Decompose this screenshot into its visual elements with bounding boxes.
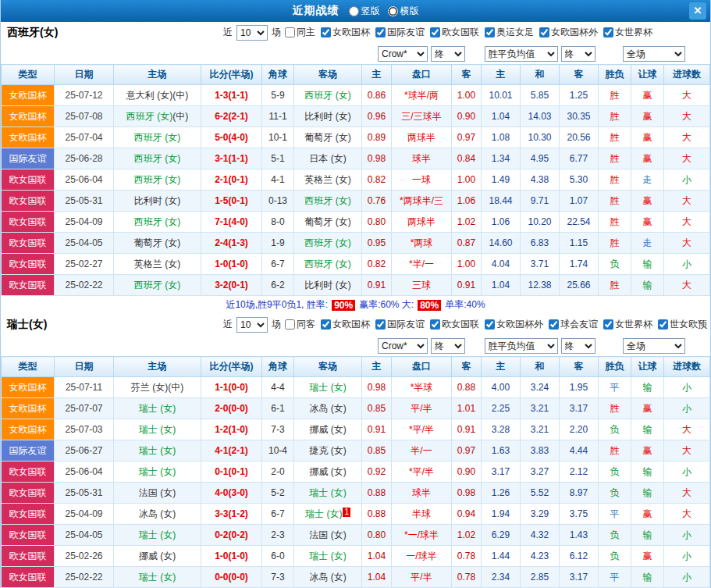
layout-radio-input[interactable]	[349, 6, 359, 16]
away-handicap-odds: 0.97	[452, 127, 482, 148]
layout-radio[interactable]: 竖版	[349, 5, 380, 18]
filter-checkbox[interactable]: 球会友谊	[549, 318, 598, 331]
checkbox-input[interactable]	[321, 319, 331, 330]
away-handicap-odds: 0.78	[452, 546, 482, 567]
bookmaker-select[interactable]: Crow*	[378, 338, 428, 354]
checkbox-input[interactable]	[485, 319, 495, 330]
filter-checkbox[interactable]: 女欧国杯	[321, 318, 370, 331]
away-handicap-odds: 0.88	[452, 377, 482, 398]
filter-checkbox[interactable]: 同主	[285, 26, 315, 39]
match-row: 欧女国联 25-04-05 葡萄牙 (女) 2-4(1-3) 1-9 西班牙 (…	[2, 233, 710, 254]
match-row: 欧女国联 25-05-31 比利时 (女) 1-5(0-1) 0-13 西班牙 …	[2, 191, 710, 212]
filter-checkbox[interactable]: 欧女国联	[430, 318, 479, 331]
bookmaker-select[interactable]: Crow*	[378, 46, 428, 62]
scope-select[interactable]: 全场	[623, 46, 685, 62]
score: 0-2(0-2)	[201, 525, 262, 546]
filter-checkbox[interactable]: 女欧国杯外	[539, 26, 598, 39]
filter-checkbox[interactable]: 世女欧预	[658, 318, 707, 331]
layout-radio[interactable]: 横版	[388, 5, 419, 18]
checkbox-input[interactable]	[375, 27, 386, 37]
checkbox-input[interactable]	[321, 27, 331, 37]
checkbox-input[interactable]	[285, 319, 295, 330]
checkbox-input[interactable]	[430, 27, 440, 37]
corners: 6-7	[262, 254, 294, 275]
recent-count-select[interactable]: 10	[236, 317, 268, 333]
away-team: 日本 (女)	[294, 148, 362, 169]
avg-stage-select[interactable]: 终	[561, 338, 595, 354]
filter-checkbox[interactable]: 国际友谊	[375, 318, 425, 331]
home-team: 意大利 (女)(中)	[114, 85, 201, 106]
match-date: 25-02-22	[55, 567, 114, 588]
checkbox-input[interactable]	[430, 319, 440, 330]
lose-odds: 1.95	[560, 377, 599, 398]
home-team-name: 瑞士 (女)	[139, 445, 176, 456]
avg-odds-select[interactable]: 胜平负均值	[485, 46, 558, 62]
away-team-name: 葡萄牙 (女)	[304, 132, 350, 143]
column-header: 比分(半场)	[201, 357, 262, 377]
result-handicap: 赢	[631, 191, 664, 212]
away-team: 法国 (女)	[294, 525, 362, 546]
column-header: 主场	[114, 65, 201, 85]
column-header: 比分(半场)	[201, 65, 262, 85]
handicap-line: 半球	[392, 504, 452, 525]
checkbox-input[interactable]	[603, 27, 613, 37]
filter-checkbox[interactable]: 奥运女足	[485, 26, 534, 39]
bookmaker-stage-select[interactable]: 终	[431, 46, 465, 62]
result-outcome: 胜	[599, 85, 631, 106]
checkbox-input[interactable]	[539, 27, 549, 37]
away-handicap-odds: 0.91	[452, 419, 482, 440]
handicap-line: 一/球半	[392, 546, 452, 567]
filter-checkbox[interactable]: 女世界杯	[603, 26, 652, 39]
checkbox-input[interactable]	[603, 319, 613, 330]
avg-odds-select[interactable]: 胜平负均值	[485, 338, 558, 354]
handicap-line: 球半	[392, 483, 452, 504]
checkbox-input[interactable]	[285, 27, 295, 37]
home-team-name: 意大利 (女)	[126, 90, 172, 101]
checkbox-label: 女欧国杯外	[496, 318, 543, 331]
win-odds: 1.06	[482, 212, 521, 233]
match-row: 欧女国联 25-04-09 西班牙 (女) 7-1(4-0) 8-0 葡萄牙 (…	[2, 212, 710, 233]
result-goals: 大	[664, 212, 710, 233]
draw-odds: 4.95	[521, 148, 560, 169]
filter-checkbox[interactable]: 同客	[285, 318, 315, 331]
corners: 11-1	[262, 106, 294, 127]
checkbox-input[interactable]	[658, 319, 668, 330]
filter-checkbox[interactable]: 欧女国联	[430, 26, 479, 39]
home-team-name: 西班牙 (女)	[134, 132, 180, 143]
scope-select[interactable]: 全场	[623, 338, 685, 354]
avg-stage-select[interactable]: 终	[561, 46, 595, 62]
bookmaker-stage-select[interactable]: 终	[431, 338, 465, 354]
checkbox-label: 女世界杯	[615, 318, 652, 331]
filter-checkbox[interactable]: 女欧国杯	[321, 26, 370, 39]
filter-checkbox[interactable]: 女世界杯	[603, 318, 652, 331]
filter-checkbox-list: 同客 女欧国杯 国际友谊	[285, 318, 707, 331]
corners: 0-13	[262, 191, 294, 212]
away-team-name: 比利时 (女)	[304, 280, 350, 290]
checkbox-input[interactable]	[375, 319, 386, 330]
home-team-name: 葡萄牙 (女)	[134, 237, 180, 248]
win-odds: 4.00	[482, 377, 521, 398]
result-outcome: 负	[599, 483, 631, 504]
layout-radio-input[interactable]	[388, 6, 398, 16]
league-badge: 欧女国联	[2, 212, 55, 233]
close-button[interactable]: ✕	[689, 2, 706, 20]
handicap-line: *两球半/三	[392, 191, 452, 212]
checkbox-label: 国际友谊	[387, 318, 425, 331]
recent-count-select[interactable]: 10	[236, 25, 268, 41]
win-odds: 2.25	[482, 398, 521, 419]
home-handicap-odds: 0.98	[362, 377, 392, 398]
checkbox-input[interactable]	[549, 319, 559, 330]
result-outcome: 胜	[599, 148, 631, 169]
titlebar: 近期战绩 竖版 横版 ✕	[1, 0, 710, 22]
result-handicap: 输	[631, 275, 664, 296]
away-team-name: 英格兰 (女)	[304, 174, 350, 185]
home-team: 西班牙 (女)	[114, 212, 201, 233]
corners: 6-1	[262, 398, 294, 419]
away-handicap-odds: 1.01	[452, 398, 482, 419]
checkbox-input[interactable]	[485, 27, 495, 37]
filter-checkbox[interactable]: 国际友谊	[375, 26, 425, 39]
result-outcome: 平	[599, 567, 631, 588]
result-goals: 小	[664, 567, 710, 588]
filter-checkbox[interactable]: 女欧国杯外	[485, 318, 543, 331]
lose-odds: 1.25	[560, 85, 599, 106]
